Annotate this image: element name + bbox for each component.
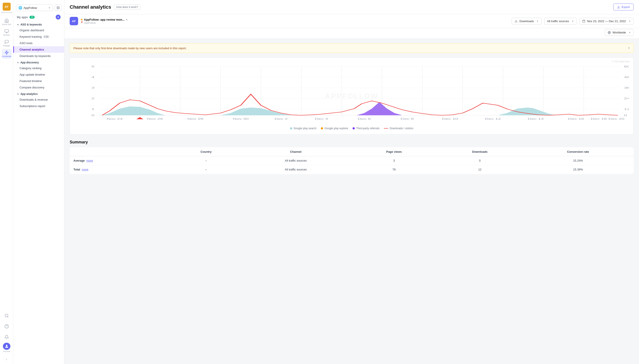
sidebar-item-channel-analytics[interactable]: Channel analytics xyxy=(13,46,64,53)
app-chevron-icon[interactable]: ▼ xyxy=(125,18,128,21)
nav-engage-label: Engage xyxy=(3,44,10,47)
globe-region-icon xyxy=(608,31,611,34)
average-more-link[interactable]: more xyxy=(86,159,93,162)
nav-monitor[interactable]: Monitor xyxy=(2,28,12,38)
sidebar-item-organic[interactable]: Organic dashboard xyxy=(13,27,64,34)
section-analytics-header[interactable]: ▼ App analytics xyxy=(13,91,64,96)
sidebar-item-keyword-tracking[interactable]: Keyword tracking 1.1k xyxy=(13,34,64,40)
globe-icon: 🌐 xyxy=(19,6,22,10)
analytics-collapse-icon: ▼ xyxy=(17,93,19,95)
channel-analytics-label: Channel analytics xyxy=(20,48,44,51)
nav-notifications[interactable] xyxy=(2,332,12,342)
downloads-revenue-label: Downloads & revenue xyxy=(20,98,48,101)
sidebar-item-compare-discovery[interactable]: Compare discovery xyxy=(13,84,64,91)
svg-point-9 xyxy=(58,7,59,8)
nav-accelerate[interactable]: Accelerate xyxy=(2,49,12,59)
organic-label: Organic dashboard xyxy=(20,28,44,32)
how-does-it-work-button[interactable]: How does it work? xyxy=(114,4,140,10)
app-select-dropdown[interactable]: 🌐 AppFollow ▼ xyxy=(16,4,53,11)
nav-account[interactable]: Account xyxy=(2,343,12,352)
sidebar-collapse-btn[interactable]: ‹ xyxy=(5,357,9,361)
notice-close-button[interactable]: × xyxy=(628,46,630,50)
nav-search[interactable] xyxy=(2,311,12,320)
nav-account-label: Account xyxy=(3,350,10,352)
legend-label-third-party: Third-party referrals xyxy=(356,127,379,130)
my-apps-label: My apps xyxy=(17,16,28,19)
chart-legend: Google play search Google play explore T… xyxy=(74,127,629,130)
row-total-downloads: 12 xyxy=(437,165,522,174)
compare-discovery-label: Compare discovery xyxy=(20,86,44,89)
svg-text:60: 60 xyxy=(624,65,629,68)
row-average-pageviews: 3 xyxy=(351,156,437,165)
notice-text: Please note that only first-time downloa… xyxy=(74,46,187,50)
sidebar-item-app-update-timeline[interactable]: App update timeline xyxy=(13,72,64,78)
app-select-row: 🌐 AppFollow ▼ xyxy=(13,3,64,13)
svg-text:0: 0 xyxy=(624,114,627,116)
legend-line-downloads xyxy=(384,128,388,128)
section-aso-header[interactable]: ▼ ASO & keywords xyxy=(13,21,64,27)
nav-home-label: Home hub xyxy=(2,23,11,26)
legend-google-play-search: Google play search xyxy=(290,127,316,130)
summary-title: Summary xyxy=(70,140,634,144)
nav-engage[interactable]: Engage xyxy=(2,38,12,48)
svg-text:Dec 10: Dec 10 xyxy=(442,118,458,120)
row-total-conversion: 15.39% xyxy=(522,165,633,174)
nav-monitor-label: Monitor xyxy=(3,34,10,36)
legend-label-search: Google play search xyxy=(293,127,316,130)
section-discovery-header[interactable]: ▼ App discovery xyxy=(13,59,64,65)
sidebar-item-downloads-revenue[interactable]: Downloads & revenue xyxy=(13,96,64,103)
region-chevron: ▼ xyxy=(628,31,631,34)
sidebar-item-category-ranking[interactable]: Category ranking xyxy=(13,65,64,72)
col-page-views: Page views xyxy=(351,148,437,156)
svg-text:Dec 12: Dec 12 xyxy=(485,118,501,120)
metric-dropdown[interactable]: Downloads ▼ xyxy=(512,18,541,24)
sidebar-item-featured-timeline[interactable]: Featured timeline xyxy=(13,78,64,84)
sidebar-item-subscriptions[interactable]: Subscriptions report xyxy=(13,103,64,109)
svg-text:12: 12 xyxy=(624,108,629,110)
date-range-dropdown[interactable]: Nov 23, 2022 — Dec 21, 2022 ▼ xyxy=(579,18,634,24)
app-sub-text: AppFollow xyxy=(84,22,96,24)
sidebar: 🌐 AppFollow ▼ My apps 33 + ▼ ASO & keywo… xyxy=(13,0,64,364)
app-name-text: AppFollow: app review mon... xyxy=(84,18,124,21)
export-button[interactable]: Export xyxy=(613,4,634,10)
app-name: ★ AppFollow: app review mon... ▼ xyxy=(80,18,128,21)
svg-text:Nov 26: Nov 26 xyxy=(147,118,163,120)
row-average-downloads: 0 xyxy=(437,156,522,165)
traffic-source-dropdown[interactable]: All traffic sources ▼ xyxy=(544,18,577,24)
region-bar: Worldwide ▼ xyxy=(64,28,639,39)
icon-bar: AF APPFOLLOW Home hub Monitor Engage Acc… xyxy=(0,0,13,364)
add-app-button[interactable]: + xyxy=(56,15,61,20)
logo-sub: APPFOLLOW xyxy=(1,12,12,14)
summary-section: Summary Country Channel Page views Downl… xyxy=(70,140,634,174)
gear-button[interactable] xyxy=(55,4,62,11)
nav-home[interactable]: Home hub xyxy=(2,17,12,27)
chart-container: APPFOLLOW © 2022 AppFollow 5 4 3 2 1 xyxy=(70,58,634,134)
svg-text:24: 24 xyxy=(624,97,629,100)
region-dropdown[interactable]: Worldwide ▼ xyxy=(605,29,634,36)
legend-label-downloads: Downloads / visitors xyxy=(390,127,413,130)
row-average-country: – xyxy=(172,156,240,165)
section-aso-title: ASO & keywords xyxy=(21,23,42,26)
section-analytics-title: App analytics xyxy=(21,92,38,96)
table-row: Total more – All traffic sources 78 12 1… xyxy=(70,165,634,174)
main-content: Channel analytics How does it work? Expo… xyxy=(64,0,639,364)
sidebar-item-downloads-keywords[interactable]: Downloads by keywords xyxy=(13,53,64,59)
svg-text:Nov 30: Nov 30 xyxy=(233,118,249,120)
traffic-chevron: ▼ xyxy=(571,20,574,22)
keyword-tracking-badge: 1.1k xyxy=(43,35,50,38)
svg-text:2: 2 xyxy=(91,97,95,100)
legend-dot-third-party xyxy=(353,127,355,130)
notice-bar: Please note that only first-time downloa… xyxy=(70,43,634,53)
app-avatar: AF xyxy=(70,17,78,25)
nav-help[interactable] xyxy=(2,322,12,331)
filters-bar: AF ★ AppFollow: app review mon... ▼ 📍 Ap… xyxy=(64,14,639,28)
row-total-label: Total more xyxy=(70,165,172,174)
keyword-tracking-label: Keyword tracking xyxy=(20,35,42,38)
sidebar-item-aso-tools[interactable]: ASO tools xyxy=(13,40,64,46)
svg-text:Dec 6: Dec 6 xyxy=(358,118,371,120)
total-more-link[interactable]: more xyxy=(82,168,89,171)
svg-text:Dec 16: Dec 16 xyxy=(568,118,584,120)
table-row: Average more – All traffic sources 3 0 1… xyxy=(70,156,634,165)
section-discovery-title: App discovery xyxy=(21,61,39,64)
chart-svg: 5 4 3 2 1 0 60 48 36 24 12 0 xyxy=(74,62,629,124)
